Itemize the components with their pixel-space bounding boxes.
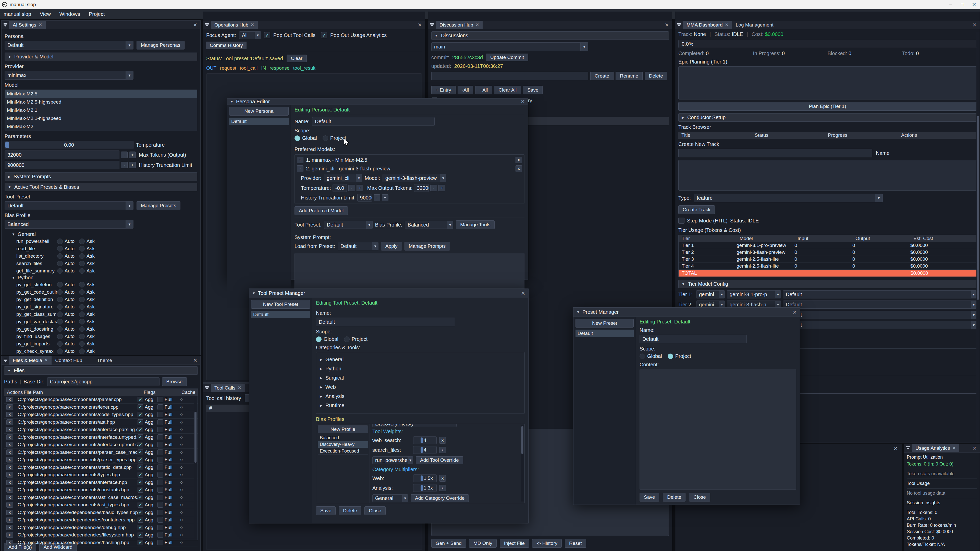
section-active-tool-presets[interactable]: ▼ Active Tool Presets & Biases <box>5 183 197 191</box>
file-row[interactable]: x C:/projects/gencpp/base/components/ast… <box>4 494 197 502</box>
auto-radio[interactable] <box>57 238 63 244</box>
new-profile-button[interactable]: New Profile <box>318 426 368 433</box>
full-checkbox[interactable]: ✓ <box>158 472 163 478</box>
track-type-select[interactable]: feature ▼ <box>694 194 883 202</box>
dock-menu-icon[interactable] <box>675 21 683 29</box>
dock-menu-icon[interactable] <box>904 444 912 452</box>
increment-button[interactable]: + <box>356 185 363 191</box>
mma-scrollbar[interactable] <box>977 32 980 443</box>
tier-preset-select[interactable]: Default ▼ <box>783 290 977 299</box>
apply-button[interactable]: Apply <box>381 242 402 251</box>
ask-radio[interactable] <box>79 297 85 302</box>
weight-slider[interactable]: 4 <box>413 437 437 444</box>
increment-button[interactable]: + <box>438 185 445 191</box>
model-list-item[interactable]: MiniMax-M2.5 <box>5 90 197 98</box>
auto-radio[interactable] <box>57 261 63 266</box>
weight-slider[interactable]: 4 <box>413 446 437 454</box>
save-preset-button[interactable]: Save <box>640 493 659 502</box>
remove-file-button[interactable]: x <box>6 517 13 523</box>
manage-personas-button[interactable]: Manage Personas <box>137 41 185 49</box>
create-track-button[interactable]: Create Track <box>678 205 715 214</box>
full-checkbox[interactable]: ✓ <box>158 532 163 538</box>
manage-prompts-button[interactable]: Manage Prompts <box>404 242 450 251</box>
menu-item[interactable]: Project <box>89 11 105 17</box>
tool-preset-name-input[interactable]: Default <box>316 318 455 326</box>
new-persona-button[interactable]: New Persona <box>229 107 289 116</box>
compose-button[interactable]: Gen + Send <box>431 539 466 548</box>
category-node[interactable]: ▶ Python <box>320 364 521 373</box>
slider-handle[interactable] <box>5 141 9 148</box>
rename-discussion-button[interactable]: Rename <box>616 72 643 80</box>
dock-menu-icon[interactable] <box>203 21 211 29</box>
tier-model-select[interactable]: gemini-3.1-pro-p ▼ <box>727 290 781 299</box>
bias-profile-item[interactable]: Execution-Focused <box>318 448 368 454</box>
new-tool-preset-button[interactable]: New Tool Preset <box>251 300 310 309</box>
full-checkbox[interactable]: ✓ <box>158 517 163 523</box>
history-limit-input[interactable]: 900000 <box>5 161 119 169</box>
plan-epic-button[interactable]: Plan Epic (Tier 1) <box>678 102 977 111</box>
remove-file-button[interactable]: x <box>6 510 13 515</box>
bias-profile-item[interactable]: Balanced <box>318 435 368 441</box>
scope-project-radio[interactable] <box>323 135 328 141</box>
tool-preset-select[interactable]: Default ▼ <box>5 201 134 210</box>
panel-close-icon[interactable]: ✕ <box>969 22 980 28</box>
section-provider-model[interactable]: ▼ Provider & Model <box>5 52 197 61</box>
move-up-button[interactable]: + <box>297 157 304 163</box>
remove-multiplier-button[interactable]: x <box>439 485 446 491</box>
discussion-name-input[interactable] <box>431 72 588 80</box>
auto-radio[interactable] <box>57 253 63 259</box>
full-checkbox[interactable]: ✓ <box>158 412 163 417</box>
agg-checkbox[interactable]: ✓ <box>138 465 143 470</box>
agg-checkbox[interactable]: ✓ <box>138 449 143 455</box>
ask-radio[interactable] <box>79 348 85 354</box>
file-row[interactable]: x C:/projects/gencpp/base/components/typ… <box>4 471 197 479</box>
remove-file-button[interactable]: x <box>6 442 13 448</box>
tier-preset-select[interactable]: Default ▼ <box>783 300 977 309</box>
tab-close-icon[interactable]: ✕ <box>251 22 254 27</box>
agg-checkbox[interactable]: ✓ <box>138 434 143 440</box>
remove-file-button[interactable]: x <box>6 540 13 545</box>
panel-close-icon[interactable]: ✕ <box>891 445 901 451</box>
tab-tool-calls[interactable]: Tool Calls✕ <box>211 384 245 392</box>
close-dialog-button[interactable]: Close <box>689 493 710 502</box>
menu-item[interactable]: View <box>40 11 51 17</box>
decrement-button[interactable]: - <box>430 185 437 191</box>
move-down-button[interactable]: - <box>297 165 304 172</box>
tab-ai-settings[interactable]: AI Settings✕ <box>9 21 46 29</box>
step-mode-checkbox[interactable]: ✓ <box>678 218 684 224</box>
decrement-button[interactable]: - <box>121 151 127 158</box>
file-row[interactable]: x C:/projects/gencpp/base/components/par… <box>4 449 197 456</box>
scope-global-radio[interactable] <box>316 337 321 342</box>
dock-menu-icon[interactable] <box>428 21 436 29</box>
save-tool-preset-button[interactable]: Save <box>316 507 336 515</box>
persona-name-input[interactable]: Default <box>312 117 434 126</box>
file-row[interactable]: x C:/projects/gencpp/base/components/int… <box>4 479 197 486</box>
bias-profile-select[interactable]: Balanced ▼ <box>5 220 134 229</box>
tab-usage-analytics[interactable]: Usage Analytics✕ <box>912 444 959 452</box>
preset-content-textarea[interactable] <box>640 369 796 490</box>
file-row[interactable]: x C:/projects/gencpp/base/dependencies/h… <box>4 539 197 547</box>
file-row[interactable]: x C:/projects/gencpp/base/components/con… <box>4 486 197 494</box>
ask-radio[interactable] <box>79 238 85 244</box>
file-row[interactable]: x C:/projects/gencpp/base/components/par… <box>4 396 197 403</box>
temperature-slider[interactable]: 0.00 <box>5 141 134 149</box>
remove-file-button[interactable]: x <box>6 449 13 455</box>
category-node[interactable]: ▶ Web <box>320 383 521 392</box>
model-list-item[interactable]: MiniMax-M2.1-highspeed <box>5 114 197 122</box>
remove-weight-button[interactable]: x <box>439 437 446 444</box>
tier-provider-select[interactable]: gemini ▼ <box>696 290 725 299</box>
remove-model-button[interactable]: x <box>515 165 522 172</box>
track-name-input[interactable] <box>678 149 872 157</box>
tab-theme[interactable]: Theme <box>94 356 116 365</box>
maximize-button[interactable]: □ <box>956 2 968 8</box>
dialog-close-icon[interactable]: ✕ <box>521 290 525 297</box>
section-conductor-setup[interactable]: ▶ Conductor Setup <box>678 113 977 122</box>
focus-agent-select[interactable]: All ▼ <box>239 32 261 39</box>
agg-checkbox[interactable]: ✓ <box>138 540 143 545</box>
menu-item[interactable]: manual slop <box>3 11 31 17</box>
clear-status-button[interactable]: Clear <box>286 55 307 62</box>
tab-close-icon[interactable]: ✕ <box>45 358 48 363</box>
ask-radio[interactable] <box>79 319 85 324</box>
agg-checkbox[interactable]: ✓ <box>138 442 143 448</box>
agg-checkbox[interactable]: ✓ <box>138 412 143 417</box>
